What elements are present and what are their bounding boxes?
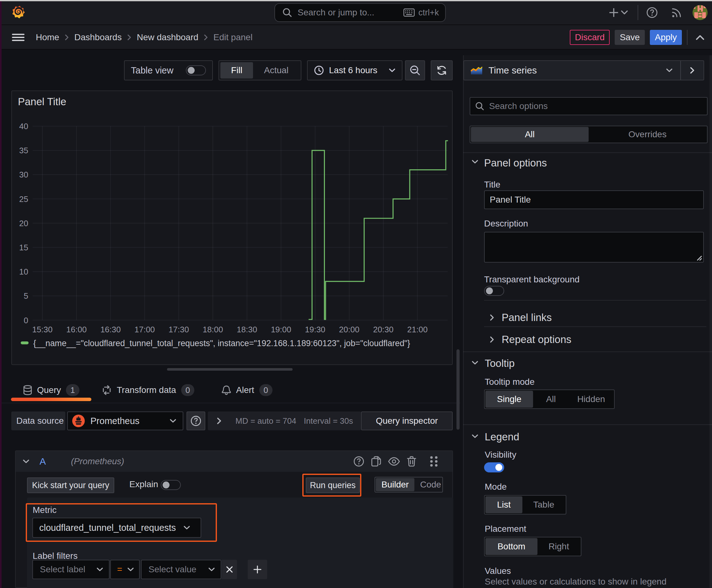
svg-text:35: 35 bbox=[19, 146, 28, 155]
svg-text:21:00: 21:00 bbox=[407, 325, 428, 334]
svg-text:15:30: 15:30 bbox=[32, 325, 52, 334]
svg-text:20:30: 20:30 bbox=[373, 325, 393, 334]
svg-text:5: 5 bbox=[24, 291, 28, 300]
svg-text:25: 25 bbox=[19, 194, 28, 204]
svg-text:40: 40 bbox=[19, 122, 28, 131]
svg-text:18:30: 18:30 bbox=[237, 325, 257, 334]
svg-text:17:30: 17:30 bbox=[169, 325, 189, 334]
svg-text:19:30: 19:30 bbox=[305, 325, 325, 334]
svg-text:{__name__="cloudflared_tunnel_: {__name__="cloudflared_tunnel_total_requ… bbox=[33, 339, 410, 348]
svg-text:20:00: 20:00 bbox=[339, 325, 360, 334]
svg-text:17:00: 17:00 bbox=[134, 325, 155, 334]
svg-text:16:00: 16:00 bbox=[66, 325, 87, 334]
svg-text:0: 0 bbox=[24, 316, 28, 325]
svg-text:19:00: 19:00 bbox=[271, 325, 291, 334]
svg-text:10: 10 bbox=[19, 267, 28, 276]
svg-text:30: 30 bbox=[19, 170, 28, 180]
svg-text:18:00: 18:00 bbox=[202, 325, 223, 334]
svg-text:20: 20 bbox=[19, 218, 28, 228]
svg-text:15: 15 bbox=[19, 243, 28, 252]
svg-text:16:30: 16:30 bbox=[101, 325, 121, 334]
